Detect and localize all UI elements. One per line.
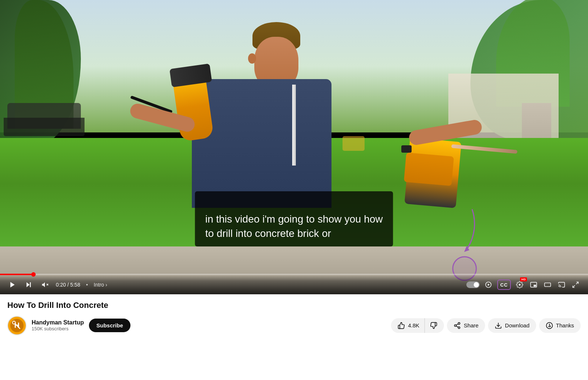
action-buttons: 4.8K bbox=[391, 318, 581, 333]
play-button[interactable] bbox=[7, 280, 18, 290]
shirt-logo bbox=[343, 136, 365, 151]
hd-badge: HD bbox=[520, 277, 527, 281]
svg-point-22 bbox=[458, 322, 460, 324]
fullscreen-icon bbox=[572, 281, 579, 288]
white-rod bbox=[292, 85, 296, 166]
person-ear bbox=[248, 53, 256, 64]
channel-meta: Handyman Startup 150K subscribers bbox=[32, 319, 84, 331]
thumbs-up-icon bbox=[398, 322, 405, 329]
time-dot: • bbox=[86, 282, 88, 288]
mute-button[interactable] bbox=[40, 280, 50, 290]
total-duration: 5:58 bbox=[70, 282, 80, 288]
channel-name[interactable]: Handyman Startup bbox=[32, 319, 84, 326]
video-info: How To Drill Into Concrete H bbox=[0, 294, 588, 339]
dislike-button[interactable] bbox=[425, 318, 444, 333]
download-icon bbox=[495, 322, 502, 329]
share-icon bbox=[453, 322, 461, 329]
channel-avatar[interactable]: H bbox=[7, 316, 26, 335]
current-time: 0:20 bbox=[56, 282, 66, 288]
page-container: in this video i'm going to show you how … bbox=[0, 0, 588, 339]
thanks-button[interactable]: Thanks bbox=[539, 318, 581, 333]
theater-button[interactable] bbox=[542, 280, 553, 290]
play-icon bbox=[9, 281, 16, 288]
drill-battery bbox=[404, 152, 454, 186]
cc-button[interactable]: CC bbox=[497, 280, 511, 290]
subscribe-button[interactable]: Subscribe bbox=[89, 319, 130, 332]
settings-icon bbox=[516, 281, 523, 288]
like-button[interactable]: 4.8K bbox=[391, 318, 425, 333]
subtitle-overlay: in this video i'm going to show you how … bbox=[195, 191, 393, 246]
channel-logo-svg: H bbox=[9, 317, 25, 334]
fullscreen-button[interactable] bbox=[570, 280, 581, 290]
autoplay-toggle[interactable] bbox=[466, 281, 480, 288]
thanks-label: Thanks bbox=[556, 322, 574, 328]
chapter-label[interactable]: Intro › bbox=[94, 282, 107, 288]
watch bbox=[401, 145, 412, 153]
like-count: 4.8K bbox=[408, 322, 419, 328]
share-label: Share bbox=[464, 322, 478, 328]
svg-rect-13 bbox=[545, 283, 551, 287]
svg-marker-2 bbox=[10, 282, 15, 288]
chapter-arrow: › bbox=[105, 282, 107, 288]
svg-point-23 bbox=[455, 324, 456, 326]
svg-marker-3 bbox=[26, 282, 29, 287]
time-display: 0:20 / 5:58 bbox=[56, 282, 80, 288]
video-player[interactable]: in this video i'm going to show you how … bbox=[0, 0, 588, 294]
svg-rect-12 bbox=[534, 285, 536, 287]
thanks-icon bbox=[546, 322, 553, 329]
svg-marker-5 bbox=[42, 282, 45, 287]
cast-icon bbox=[558, 281, 565, 288]
svg-line-26 bbox=[456, 324, 458, 325]
cc-label: CC bbox=[500, 282, 508, 288]
channel-left: H Handyman Startup 150K subscribers Subs… bbox=[7, 316, 130, 335]
subtitle-text: in this video i'm going to show you how … bbox=[205, 213, 383, 239]
right-controls: CC HD bbox=[466, 280, 581, 290]
car-base bbox=[4, 118, 85, 136]
svg-line-15 bbox=[576, 282, 578, 284]
person-body bbox=[192, 79, 331, 208]
share-button[interactable]: Share bbox=[447, 318, 485, 333]
miniplayer-icon bbox=[530, 281, 537, 288]
controls-bar: 0:20 / 5:58 • Intro › bbox=[0, 275, 588, 294]
like-dislike-group: 4.8K bbox=[391, 318, 444, 333]
thumbs-down-icon bbox=[430, 322, 437, 329]
autoplay-next-button[interactable] bbox=[483, 280, 494, 290]
next-button[interactable] bbox=[24, 280, 34, 290]
channel-row: H Handyman Startup 150K subscribers Subs… bbox=[7, 316, 581, 335]
download-button[interactable]: Download bbox=[488, 318, 536, 333]
cast-button[interactable] bbox=[556, 280, 567, 290]
svg-point-24 bbox=[458, 327, 460, 328]
video-scene bbox=[0, 0, 588, 294]
svg-line-25 bbox=[456, 326, 458, 327]
theater-icon bbox=[544, 281, 551, 288]
autoplay-next-icon bbox=[485, 281, 492, 288]
time-separator: / bbox=[67, 282, 70, 288]
svg-marker-9 bbox=[488, 284, 490, 286]
chapter-text: Intro bbox=[94, 282, 104, 288]
toggle-knob bbox=[474, 282, 479, 287]
next-icon bbox=[25, 281, 32, 288]
mute-icon bbox=[41, 281, 49, 288]
svg-line-16 bbox=[573, 285, 575, 288]
settings-button-wrap[interactable]: HD bbox=[514, 280, 525, 290]
video-title: How To Drill Into Concrete bbox=[7, 300, 581, 311]
toggle-switch[interactable] bbox=[466, 281, 480, 288]
house-door bbox=[522, 103, 551, 140]
svg-rect-4 bbox=[30, 282, 31, 287]
channel-subscribers: 150K subscribers bbox=[32, 326, 84, 331]
svg-point-10 bbox=[519, 284, 521, 286]
miniplayer-button[interactable] bbox=[528, 280, 539, 290]
download-label: Download bbox=[505, 322, 530, 328]
